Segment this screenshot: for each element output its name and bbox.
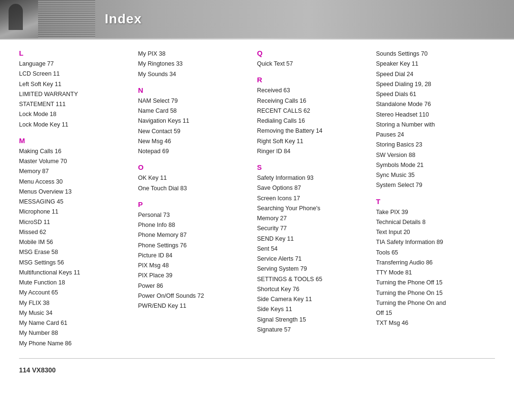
entry-making-calls: Making Calls 16 [19, 147, 128, 156]
entry-removing-battery: Removing the Battery 14 [257, 126, 366, 136]
entry-redialing-calls: Redialing Calls 16 [257, 116, 366, 126]
entry-searching-memory: Memory 27 [257, 214, 366, 224]
entry-safety-info: Safety Information 93 [257, 173, 366, 183]
entry-messaging: MESSAGING 45 [19, 197, 128, 207]
entry-multifunctional: Multifunctional Keys 11 [19, 268, 128, 278]
entry-speed-dialing: Speed Dialing 19, 28 [376, 79, 485, 89]
entry-my-sounds: My Sounds 34 [138, 69, 247, 79]
entry-ringer-id: Ringer ID 84 [257, 147, 366, 156]
entry-my-number: My Number 88 [19, 328, 128, 338]
entry-my-ringtones: My Ringtones 33 [138, 59, 247, 69]
entry-shortcut-key: Shortcut Key 76 [257, 284, 366, 294]
entry-security: Security 77 [257, 224, 366, 234]
entry-notepad: Notepad 69 [138, 147, 247, 156]
section-letter-P: P [138, 200, 247, 208]
page-title: Index [105, 11, 142, 27]
entry-navigation-keys: Navigation Keys 11 [138, 116, 247, 126]
entry-new-msg: New Msg 46 [138, 137, 247, 147]
section-letter-L: L [19, 49, 128, 57]
entry-side-camera-key: Side Camera Key 11 [257, 294, 366, 304]
section-letter-S: S [257, 163, 366, 171]
entry-limited: LIMITED WARRANTY [19, 89, 128, 99]
entry-receiving-calls: Receiving Calls 16 [257, 96, 366, 106]
entry-power: Power 86 [138, 281, 247, 291]
entry-sent: Sent 54 [257, 244, 366, 254]
entry-my-account: My Account 65 [19, 288, 128, 298]
entry-storing-pauses: Pauses 24 [376, 130, 485, 140]
entry-sw-version: SW Version 88 [376, 150, 485, 160]
entry-language: Language 77 [19, 59, 128, 69]
entry-phone-settings: Phone Settings 76 [138, 241, 247, 251]
entry-turning-on: Turning the Phone On 15 [376, 288, 485, 298]
entry-storing-number: Storing a Number with [376, 120, 485, 130]
entry-service-alerts: Service Alerts 71 [257, 254, 366, 264]
entry-power-on-off-sounds: Power On/Off Sounds 72 [138, 291, 247, 301]
footer-text: 114 VX8300 [19, 366, 56, 374]
entry-take-pix: Take PIX 39 [376, 207, 485, 217]
entry-name-card: Name Card 58 [138, 106, 247, 116]
entry-picture-id: Picture ID 84 [138, 251, 247, 261]
header-stripes [38, 0, 95, 38]
section-letter-T: T [376, 197, 485, 205]
entry-side-keys: Side Keys 11 [257, 304, 366, 314]
entry-master-volume: Master Volume 70 [19, 156, 128, 166]
entry-memory: Memory 87 [19, 166, 128, 176]
entry-sync-music: Sync Music 35 [376, 170, 485, 180]
entry-menus-overview: Menus Overview 13 [19, 187, 128, 197]
entry-my-flix: My FLIX 38 [19, 298, 128, 308]
entry-turning-off2: Off 15 [376, 308, 485, 318]
index-column-2: My PIX 38 My Ringtones 33 My Sounds 34 N… [138, 49, 257, 349]
entry-searching: Searching Your Phone's [257, 204, 366, 214]
entry-speed-dial: Speed Dial 24 [376, 69, 485, 79]
page-header: Index [0, 0, 514, 38]
entry-menu-access: Menu Access 30 [19, 177, 128, 187]
entry-statement: STATEMENT 111 [19, 99, 128, 109]
entry-turning-off: Turning the Phone Off 15 [376, 278, 485, 288]
entry-phone-info: Phone Info 88 [138, 220, 247, 230]
entry-system-select: System Select 79 [376, 180, 485, 190]
entry-lcd: LCD Screen 11 [19, 69, 128, 79]
entry-technical-details: Technical Details 8 [376, 217, 485, 227]
entry-left-soft: Left Soft Key 11 [19, 79, 128, 89]
entry-turning-on-and: Turning the Phone On and [376, 298, 485, 308]
entry-tty-mode: TTY Mode 81 [376, 268, 485, 278]
entry-speaker-key: Speaker Key 11 [376, 59, 485, 69]
entry-new-contact: New Contact 59 [138, 127, 247, 137]
entry-settings-tools: SETTINGS & TOOLS 65 [257, 274, 366, 284]
entry-pix-place: PIX Place 39 [138, 271, 247, 281]
entry-one-touch-dial: One Touch Dial 83 [138, 184, 247, 194]
entry-storing-basics: Storing Basics 23 [376, 140, 485, 150]
entry-pwr-end-key: PWR/END Key 11 [138, 301, 247, 311]
entry-transferring-audio: Transferring Audio 86 [376, 258, 485, 268]
entry-nam-select: NAM Select 79 [138, 96, 247, 106]
entry-mobile-im: Mobile IM 56 [19, 237, 128, 247]
entry-tia-safety: TIA Safety Information 89 [376, 237, 485, 247]
entry-ok-key: OK Key 11 [138, 173, 247, 183]
entry-phone-memory: Phone Memory 87 [138, 230, 247, 240]
entry-msg-settings: MSG Settings 56 [19, 258, 128, 268]
header-image [0, 0, 38, 38]
entry-sounds-settings: Sounds Settings 70 [376, 49, 485, 59]
entry-symbols-mode: Symbols Mode 21 [376, 160, 485, 170]
entry-mute: Mute Function 18 [19, 278, 128, 288]
index-column-3: Q Quick Text 57 R Received 63 Receiving … [257, 49, 376, 349]
entry-lock-mode: Lock Mode 18 [19, 109, 128, 119]
entry-standalone-mode: Standalone Mode 76 [376, 99, 485, 109]
entry-speed-dials: Speed Dials 61 [376, 89, 485, 99]
entry-my-phone-name: My Phone Name 86 [19, 339, 128, 349]
entry-my-pix: My PIX 38 [138, 49, 247, 59]
entry-my-name-card: My Name Card 61 [19, 318, 128, 328]
entry-signature: Signature 57 [257, 325, 366, 335]
entry-recent-calls: RECENT CALLS 62 [257, 106, 366, 116]
footer: 114 VX8300 [0, 363, 514, 377]
entry-right-soft-key: Right Soft Key 11 [257, 137, 366, 147]
section-letter-M: M [19, 137, 128, 145]
section-letter-R: R [257, 76, 366, 84]
entry-msg-erase: MSG Erase 58 [19, 247, 128, 257]
entry-received: Received 63 [257, 86, 366, 96]
entry-signal-strength: Signal Strength 15 [257, 315, 366, 325]
index-content: L Language 77 LCD Screen 11 Left Soft Ke… [0, 39, 514, 353]
section-letter-N: N [138, 86, 247, 94]
entry-serving-system: Serving System 79 [257, 264, 366, 274]
entry-txt-msg: TXT Msg 46 [376, 318, 485, 328]
